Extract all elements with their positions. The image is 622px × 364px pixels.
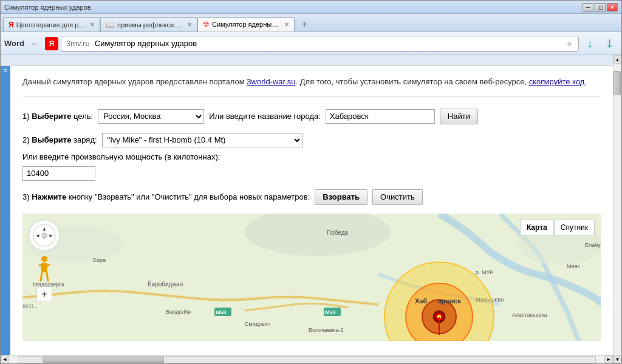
- step2-label: 2) Выберите заряд:: [22, 135, 97, 144]
- svg-text:аровск: аровск: [438, 297, 461, 305]
- power-input[interactable]: [22, 166, 95, 181]
- svg-text:Победа: Победа: [327, 229, 349, 236]
- tab-1[interactable]: Я Цветотерапия для ре... ✕: [3, 17, 100, 32]
- tab-2-close[interactable]: ✕: [187, 21, 192, 28]
- power-input-row: [22, 166, 601, 181]
- svg-point-36: [41, 256, 47, 262]
- nav-bar: Word ← Я 3mv.ru Симулятор ядерных ударов…: [1, 32, 621, 55]
- or-text-1: Или введите название города:: [209, 112, 321, 121]
- map-controls: ▲ ▼ ◄ ►: [29, 220, 60, 302]
- step3-label: 3) Нажмите кнопку "Взорвать" или "Очисти…: [22, 192, 310, 201]
- title-bar-controls: ─ ◻ ✕: [583, 3, 618, 12]
- svg-text:р. МУР: р. МУР: [476, 269, 493, 275]
- svg-text:Волочаевка-2: Волочаевка-2: [309, 327, 344, 333]
- find-button[interactable]: Найти: [440, 109, 478, 124]
- tab-3-icon: ☢: [203, 20, 210, 29]
- svg-text:Бира: Бира: [93, 257, 106, 263]
- word-label: Word: [4, 39, 24, 48]
- svg-text:Валдгейм: Валдгейм: [166, 309, 191, 315]
- svg-text:▲: ▲: [42, 226, 47, 232]
- tab-1-close[interactable]: ✕: [90, 21, 95, 28]
- restore-button[interactable]: ◻: [595, 3, 606, 12]
- city-select[interactable]: Россия, МоскваСША, Нью-ЙоркКитай, Пекин: [98, 109, 204, 124]
- step-3-row: 3) Нажмите кнопку "Взорвать" или "Очисти…: [22, 189, 601, 205]
- close-button[interactable]: ✕: [607, 3, 618, 12]
- bottom-scrollbar-thumb[interactable]: [43, 357, 164, 363]
- address-domain: 3mv.ru: [66, 39, 90, 48]
- map-container: Победа Биробиджан Бира Теплоозерск Валдг…: [22, 214, 601, 341]
- svg-point-35: [42, 233, 47, 238]
- desc-end: .: [584, 77, 587, 86]
- explode-button[interactable]: Взорвать: [315, 189, 367, 205]
- svg-text:Елабуга: Елабуга: [585, 242, 601, 248]
- download-button-2[interactable]: ⤓: [601, 35, 618, 52]
- scrollbar-track: [613, 64, 621, 355]
- content-area: B Данный симулятор ядерных ударов предос…: [1, 55, 613, 363]
- tab-3[interactable]: ☢ Симулятор ядерных у... ✕: [197, 17, 295, 32]
- svg-text:►: ►: [49, 233, 53, 238]
- svg-text:Биробиджан: Биробиджан: [148, 281, 183, 288]
- bottom-scrollbar: ◄ ►: [1, 355, 613, 363]
- map-type-controls: Карта Спутник: [520, 220, 595, 235]
- new-tab-button[interactable]: +: [297, 17, 312, 32]
- svg-line-41: [47, 272, 48, 281]
- tab-2-icon: 📖: [106, 21, 115, 29]
- or-text-2: Или введите произвольную мощность (в кил…: [22, 152, 220, 161]
- desc-link-1[interactable]: 3world-war.su: [247, 77, 295, 86]
- desc-text: Данный симулятор ядерных ударов предоста…: [22, 77, 247, 86]
- step-2-section: 2) Выберите заряд: "Ivy Mike" - first H-…: [22, 133, 601, 181]
- desc-mid: . Для того, чтобы установить симулятор н…: [296, 77, 529, 86]
- page-content: Данный симулятор ядерных ударов предоста…: [10, 66, 613, 355]
- scroll-right-button[interactable]: ►: [604, 356, 613, 364]
- top-strip: [1, 55, 613, 66]
- power-row: Или введите произвольную мощность (в кил…: [22, 152, 601, 161]
- address-bar[interactable]: 3mv.ru Симулятор ядерных ударов ★: [61, 36, 579, 52]
- svg-text:◄: ◄: [35, 233, 40, 238]
- back-button[interactable]: ←: [28, 36, 43, 51]
- compass-control[interactable]: ▲ ▼ ◄ ►: [29, 220, 60, 251]
- svg-text:Маяк: Маяк: [567, 263, 579, 269]
- scroll-left-button[interactable]: ◄: [1, 356, 9, 364]
- map-svg: Победа Биробиджан Бира Теплоозерск Валдг…: [22, 214, 601, 341]
- tab-bar: Я Цветотерапия для ре... ✕ 📖 приемы рефл…: [1, 14, 621, 32]
- tab-2[interactable]: 📖 приемы рефлексии н... ✕: [100, 17, 197, 32]
- tab-1-icon: Я: [9, 21, 14, 29]
- description: Данный симулятор ядерных ударов предоста…: [22, 76, 601, 96]
- svg-text:M58: M58: [325, 309, 336, 315]
- street-view-person[interactable]: [35, 254, 53, 284]
- download-button-1[interactable]: ↓: [581, 35, 598, 52]
- step-2-row: 2) Выберите заряд: "Ivy Mike" - first H-…: [22, 133, 601, 147]
- bottom-scrollbar-track: [18, 356, 596, 363]
- right-scrollbar: ▲ ▼: [613, 55, 621, 363]
- svg-line-40: [41, 272, 42, 281]
- tab-3-label: Симулятор ядерных у...: [212, 21, 281, 28]
- desc-link-2[interactable]: скопируйте код: [529, 77, 585, 86]
- minimize-button[interactable]: ─: [583, 3, 593, 12]
- svg-text:Анастасьевка: Анастасьевка: [512, 312, 547, 318]
- title-text: Симулятор ядерных ударов: [4, 4, 91, 11]
- download-icon-2: ⤓: [605, 37, 614, 50]
- side-bookmark: B: [1, 66, 10, 355]
- svg-text:Хаб: Хаб: [415, 297, 427, 305]
- yandex-button[interactable]: Я: [45, 37, 58, 50]
- charge-select[interactable]: "Ivy Mike" - first H-bomb (10.4 Mt)Малая…: [102, 133, 302, 147]
- map-type-map[interactable]: Карта: [520, 220, 554, 235]
- bookmark-star-icon[interactable]: ★: [566, 39, 573, 49]
- scrollbar-thumb[interactable]: [613, 71, 621, 95]
- download-icon-1: ↓: [587, 36, 593, 50]
- scroll-down-button[interactable]: ▼: [613, 355, 621, 363]
- map-type-satellite[interactable]: Спутник: [554, 220, 595, 235]
- tab-3-close[interactable]: ✕: [284, 21, 289, 28]
- address-title: Симулятор ядерных ударов: [95, 39, 197, 48]
- tab-2-label: приемы рефлексии н...: [117, 21, 183, 29]
- clear-button[interactable]: Очистить: [372, 189, 423, 205]
- zoom-plus-button[interactable]: +: [36, 286, 52, 302]
- browser-window: Симулятор ядерных ударов ─ ◻ ✕ Я Цветоте…: [0, 0, 622, 364]
- scroll-up-button[interactable]: ▲: [613, 55, 621, 64]
- step1-label: 1) Выберите цель:: [22, 112, 93, 121]
- tab-1-label: Цветотерапия для ре...: [16, 21, 86, 29]
- step-1-row: 1) Выберите цель: Россия, МоскваСША, Нью…: [22, 109, 601, 124]
- city-input[interactable]: [326, 109, 435, 124]
- svg-text:звест...: звест...: [22, 303, 38, 309]
- svg-text:Смидович: Смидович: [245, 321, 271, 327]
